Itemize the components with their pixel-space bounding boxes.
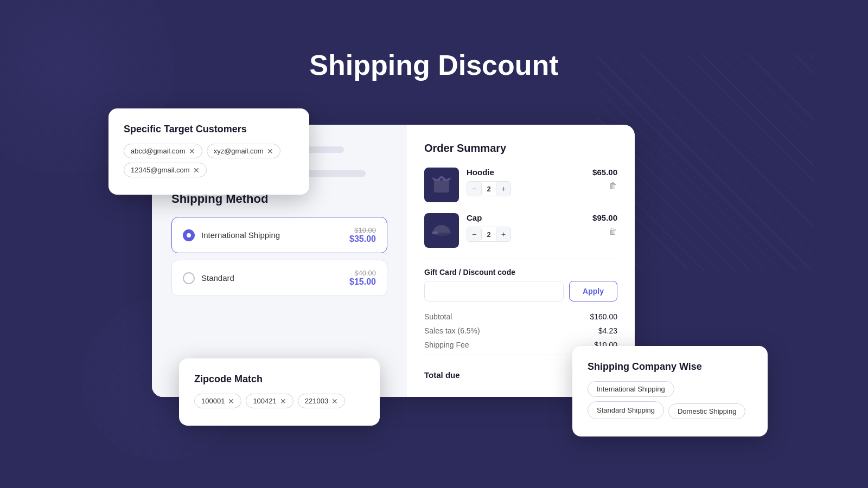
shipping-standard-discounted-price: $15.00 bbox=[349, 277, 376, 287]
shipping-company-card: Shipping Company Wise International Ship… bbox=[572, 346, 768, 436]
shipping-option-standard-name: Standard bbox=[201, 273, 234, 282]
zipcode-tag-1[interactable]: 100001 ✕ bbox=[194, 394, 241, 408]
cap-name: Cap bbox=[467, 213, 585, 222]
shipping-company-tag-standard[interactable]: Standard Shipping bbox=[588, 401, 664, 419]
cap-delete-icon[interactable]: 🗑 bbox=[609, 227, 617, 236]
zipcode-match-card: Zipcode Match 100001 ✕ 100421 ✕ 221003 ✕ bbox=[179, 358, 380, 426]
cap-price-col: $95.00 🗑 bbox=[592, 213, 617, 236]
subtotal-label: Subtotal bbox=[424, 312, 452, 321]
radio-international-inner bbox=[187, 233, 191, 237]
order-summary-title: Order Summary bbox=[424, 142, 617, 155]
target-customers-card: Specific Target Customers abcd@gmail.com… bbox=[108, 108, 309, 195]
email-tag-1[interactable]: abcd@gmail.com ✕ bbox=[124, 144, 202, 158]
shipping-company-title: Shipping Company Wise bbox=[588, 361, 752, 373]
shipping-option-international-name: International Shipping bbox=[201, 230, 280, 240]
email-tag-1-value: abcd@gmail.com bbox=[131, 147, 186, 155]
zipcode-card-title: Zipcode Match bbox=[194, 374, 365, 385]
shipping-international-original-price: $10.00 bbox=[349, 226, 376, 234]
hoodie-details: Hoodie − 2 + bbox=[467, 168, 585, 196]
zipcode-tag-2-value: 100421 bbox=[253, 397, 276, 405]
zipcode-tag-3[interactable]: 221003 ✕ bbox=[298, 394, 345, 408]
radio-standard[interactable] bbox=[183, 272, 195, 284]
hoodie-quantity-control[interactable]: − 2 + bbox=[467, 181, 511, 196]
hoodie-svg-icon bbox=[430, 173, 454, 197]
cap-price: $95.00 bbox=[592, 213, 617, 222]
zipcode-tag-2-close[interactable]: ✕ bbox=[280, 397, 286, 405]
hoodie-price-col: $65.00 🗑 bbox=[592, 168, 617, 191]
cap-qty-value: 2 bbox=[481, 229, 496, 240]
page-title: Shipping Discount bbox=[309, 49, 558, 81]
total-label: Total due bbox=[424, 370, 460, 380]
shipping-option-standard-left: Standard bbox=[183, 272, 234, 284]
hoodie-qty-minus[interactable]: − bbox=[467, 182, 481, 196]
email-tag-2[interactable]: xyz@gmail.com ✕ bbox=[207, 144, 280, 158]
target-customers-title: Specific Target Customers bbox=[124, 124, 294, 135]
cap-qty-plus[interactable]: + bbox=[496, 227, 510, 241]
shipping-company-tag-domestic-label: Domestic Shipping bbox=[678, 407, 736, 415]
email-tag-3-value: 12345@gmail.com bbox=[131, 166, 190, 174]
discount-code-input[interactable] bbox=[424, 281, 564, 301]
email-tag-3[interactable]: 12345@gmail.com ✕ bbox=[124, 163, 207, 177]
shipping-fee-label: Shipping Fee bbox=[424, 341, 469, 349]
cap-quantity-control[interactable]: − 2 + bbox=[467, 227, 511, 242]
shipping-company-tags-container: International Shipping Standard Shipping… bbox=[588, 381, 752, 419]
order-item-hoodie: Hoodie − 2 + $65.00 🗑 bbox=[424, 168, 617, 202]
apply-button[interactable]: Apply bbox=[569, 281, 617, 301]
email-tags-container: abcd@gmail.com ✕ xyz@gmail.com ✕ 12345@g… bbox=[124, 144, 294, 177]
zipcode-tag-1-value: 100001 bbox=[201, 397, 225, 405]
zipcode-tags-container: 100001 ✕ 100421 ✕ 221003 ✕ bbox=[194, 394, 365, 408]
svg-rect-3 bbox=[432, 232, 438, 234]
shipping-option-international[interactable]: International Shipping $10.00 $35.00 bbox=[171, 217, 387, 253]
hoodie-name: Hoodie bbox=[467, 168, 585, 177]
hoodie-qty-value: 2 bbox=[481, 183, 496, 195]
email-tag-1-close[interactable]: ✕ bbox=[189, 147, 195, 155]
order-item-cap: Cap − 2 + $95.00 🗑 bbox=[424, 213, 617, 248]
shipping-company-tag-international-label: International Shipping bbox=[597, 385, 665, 393]
zipcode-tag-3-close[interactable]: ✕ bbox=[331, 397, 338, 405]
subtotal-row: Subtotal $160.00 bbox=[424, 312, 617, 321]
shipping-standard-original-price: $40.00 bbox=[349, 269, 376, 277]
email-tag-3-close[interactable]: ✕ bbox=[193, 166, 200, 174]
cap-svg-icon bbox=[430, 219, 454, 242]
tax-row: Sales tax (6.5%) $4.23 bbox=[424, 326, 617, 335]
shipping-company-tag-international[interactable]: International Shipping bbox=[588, 381, 674, 397]
hoodie-image bbox=[424, 168, 459, 202]
svg-rect-0 bbox=[434, 181, 449, 192]
tax-value: $4.23 bbox=[598, 326, 617, 335]
zipcode-tag-1-close[interactable]: ✕ bbox=[228, 397, 234, 405]
cap-qty-minus[interactable]: − bbox=[467, 227, 481, 241]
subtotal-value: $160.00 bbox=[590, 312, 617, 321]
shipping-standard-prices: $40.00 $15.00 bbox=[349, 269, 376, 287]
zipcode-tag-3-value: 221003 bbox=[305, 397, 328, 405]
cap-image bbox=[424, 213, 459, 248]
hoodie-price: $65.00 bbox=[592, 168, 617, 177]
cap-details: Cap − 2 + bbox=[467, 213, 585, 242]
shipping-company-tag-standard-label: Standard Shipping bbox=[597, 406, 655, 414]
hoodie-delete-icon[interactable]: 🗑 bbox=[609, 181, 617, 191]
shipping-international-prices: $10.00 $35.00 bbox=[349, 226, 376, 244]
radio-international[interactable] bbox=[183, 229, 195, 241]
discount-code-section: Gift Card / Discount code Apply bbox=[424, 268, 617, 301]
hoodie-qty-plus[interactable]: + bbox=[496, 182, 510, 196]
discount-code-row: Apply bbox=[424, 281, 617, 301]
tax-label: Sales tax (6.5%) bbox=[424, 326, 480, 335]
shipping-international-discounted-price: $35.00 bbox=[349, 234, 376, 244]
svg-point-1 bbox=[440, 178, 443, 181]
email-tag-2-close[interactable]: ✕ bbox=[267, 147, 273, 155]
discount-code-label: Gift Card / Discount code bbox=[424, 268, 617, 277]
shipping-company-tag-domestic[interactable]: Domestic Shipping bbox=[668, 403, 745, 419]
email-tag-2-value: xyz@gmail.com bbox=[214, 147, 264, 155]
divider-1 bbox=[424, 259, 617, 259]
zipcode-tag-2[interactable]: 100421 ✕ bbox=[246, 394, 293, 408]
shipping-option-standard[interactable]: Standard $40.00 $15.00 bbox=[171, 260, 387, 296]
shipping-option-international-left: International Shipping bbox=[183, 229, 280, 241]
